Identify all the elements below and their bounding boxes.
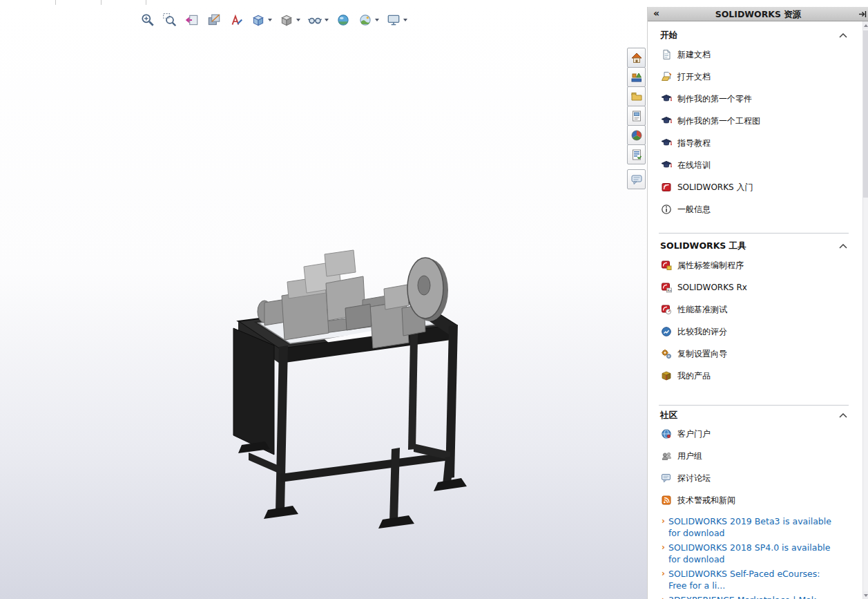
previous-view-button[interactable]: [184, 11, 200, 29]
task-pane-header: « SOLIDWORKS 资源: [648, 7, 868, 21]
dropdown-arrow-icon[interactable]: [268, 19, 272, 21]
item-label: 新建文档: [677, 49, 711, 61]
tutorial-cap-icon: [660, 115, 672, 127]
heads-up-toolbar: [140, 11, 407, 29]
apply-scene-icon: [358, 12, 373, 28]
scrollbar-down-arrow[interactable]: [863, 591, 868, 599]
hide-show-items-button[interactable]: [307, 11, 329, 29]
zoom-to-fit-button[interactable]: [140, 11, 155, 29]
dropdown-arrow-icon[interactable]: [375, 19, 379, 21]
item-solidworks-rx[interactable]: Rx SOLIDWORKS Rx: [659, 276, 862, 298]
forum-bubble-icon: [630, 173, 643, 186]
item-first-part[interactable]: 制作我的第一个零件: [659, 88, 862, 110]
apply-scene-button[interactable]: [358, 11, 379, 29]
menu-separator: [55, 0, 56, 5]
tab-solidworks-forum[interactable]: [627, 169, 646, 189]
view-orientation-button[interactable]: [251, 11, 272, 29]
new-document-icon: [660, 49, 672, 61]
news-link[interactable]: › SOLIDWORKS 2019 Beta3 is available for…: [659, 514, 862, 540]
news-link-text: SOLIDWORKS Self-Paced eCourses: Free for…: [668, 568, 838, 591]
graphics-viewport[interactable]: [0, 6, 647, 599]
solidworks-window: « SOLIDWORKS 资源 开始 新建文: [0, 0, 868, 599]
menu-separator: [146, 0, 146, 5]
view-settings-button[interactable]: [386, 11, 407, 29]
item-performance-benchmark[interactable]: 性能基准测试: [659, 298, 862, 321]
item-label: 在线培训: [677, 160, 711, 171]
zoom-to-area-button[interactable]: [162, 11, 177, 29]
news-link[interactable]: › SOLIDWORKS 2018 SP4.0 is available for…: [659, 540, 862, 567]
dropdown-arrow-icon[interactable]: [296, 19, 300, 21]
item-label: 用户组: [677, 450, 702, 462]
scrollbar-up-arrow[interactable]: [863, 21, 868, 29]
menu-bar-remnant: [0, 0, 868, 6]
news-link-text: 3DEXPERIENCE Marketplace | Mak...: [668, 594, 838, 599]
task-pane-title: SOLIDWORKS 资源: [648, 9, 868, 21]
item-compare-scores[interactable]: 比较我的评分: [659, 321, 862, 343]
section-divider: [659, 405, 849, 406]
edit-appearance-button[interactable]: [336, 11, 351, 29]
menu-separator: [101, 0, 102, 5]
property-tab-builder-icon: [660, 260, 672, 272]
tab-appearances-scenes[interactable]: [627, 125, 646, 145]
item-copy-settings-wizard[interactable]: 复制设置向导: [659, 343, 862, 365]
section-title: 社区: [660, 410, 677, 421]
item-general-information[interactable]: 一般信息: [659, 198, 862, 220]
tab-design-library[interactable]: [627, 67, 646, 87]
open-document-icon: [660, 71, 672, 83]
item-solidworks-getting-started[interactable]: SOLIDWORKS 入门: [659, 176, 862, 198]
item-label: 打开文档: [677, 71, 711, 83]
news-rss-icon: [660, 495, 672, 506]
item-label: 属性标签编制程序: [677, 260, 744, 272]
item-discussion-forum[interactable]: 探讨论坛: [659, 467, 862, 489]
section-items: 新建文档 打开文档 制作我的第一个零件: [659, 44, 862, 220]
dynamic-annotation-views-button[interactable]: [229, 11, 244, 29]
collapse-chevron-icon[interactable]: [839, 244, 847, 249]
scrollbar-thumb[interactable]: [863, 30, 868, 198]
news-link[interactable]: › 3DEXPERIENCE Marketplace | Mak...: [659, 593, 862, 599]
collapse-chevron-icon[interactable]: [839, 413, 847, 418]
item-label: 制作我的第一个零件: [677, 93, 752, 105]
task-pane: « SOLIDWORKS 资源 开始 新建文: [647, 7, 868, 599]
news-link[interactable]: › SOLIDWORKS Self-Paced eCourses: Free f…: [659, 567, 862, 593]
item-my-products[interactable]: 我的产品: [659, 365, 862, 387]
section-header-community: 社区: [660, 410, 847, 421]
item-technical-alerts-news[interactable]: 技术警戒和新闻: [659, 489, 862, 511]
item-label: SOLIDWORKS Rx: [677, 283, 747, 292]
tab-view-palette[interactable]: [627, 106, 646, 126]
custom-properties-icon: [630, 149, 643, 161]
item-property-tab-builder[interactable]: 属性标签编制程序: [659, 254, 862, 276]
collapse-chevron-icon[interactable]: [839, 33, 847, 38]
tab-file-explorer[interactable]: [627, 86, 646, 106]
item-open-document[interactable]: 打开文档: [659, 66, 862, 88]
dropdown-arrow-icon[interactable]: [325, 19, 329, 21]
item-label: 复制设置向导: [677, 348, 727, 360]
copy-settings-icon: [660, 348, 672, 360]
display-style-button[interactable]: [279, 11, 300, 29]
item-customer-portal[interactable]: 客户门户: [659, 423, 862, 445]
item-user-groups[interactable]: 用户组: [659, 445, 862, 467]
section-header-tools: SOLIDWORKS 工具: [660, 240, 847, 252]
item-label: 客户门户: [677, 428, 711, 440]
tab-custom-properties[interactable]: [627, 144, 646, 164]
news-bullet-icon: ›: [662, 515, 665, 527]
news-bullet-icon: ›: [662, 594, 665, 599]
task-pane-tab-strip: [627, 48, 646, 189]
item-online-training[interactable]: 在线培训: [659, 154, 862, 176]
section-divider: [659, 233, 849, 234]
3d-model-assembly[interactable]: [221, 242, 470, 539]
svg-text:Rx: Rx: [667, 289, 671, 292]
item-tutorials[interactable]: 指导教程: [659, 132, 862, 154]
news-list: › SOLIDWORKS 2019 Beta3 is available for…: [659, 514, 862, 599]
solidworks-rx-icon: Rx: [660, 282, 672, 294]
compare-scores-icon: [660, 326, 672, 338]
benchmark-icon: [660, 304, 672, 316]
previous-view-icon: [184, 12, 200, 28]
home-icon: [630, 52, 643, 64]
dropdown-arrow-icon[interactable]: [403, 19, 407, 21]
task-pane-scrollbar[interactable]: [862, 21, 868, 599]
tab-solidworks-resources[interactable]: [627, 48, 646, 68]
item-new-document[interactable]: 新建文档: [659, 44, 862, 66]
section-view-button[interactable]: [206, 11, 222, 29]
pin-icon[interactable]: [858, 10, 867, 19]
item-first-drawing[interactable]: 制作我的第一个工程图: [659, 110, 862, 132]
